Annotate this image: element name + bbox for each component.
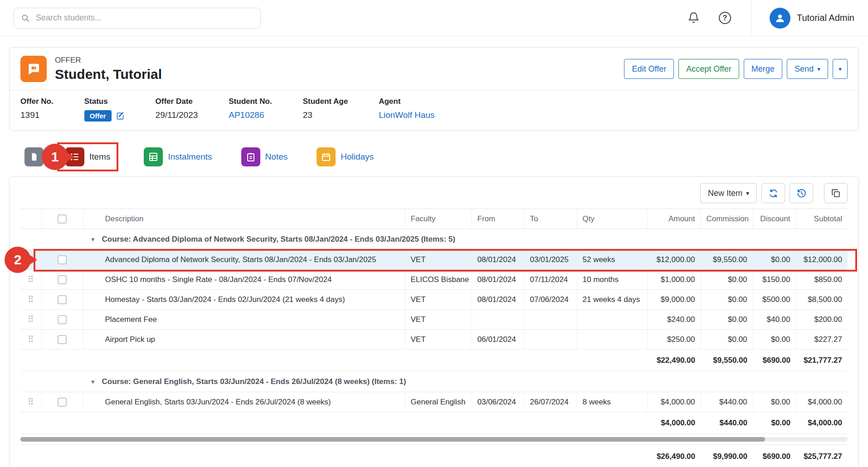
items-toolbar: New Item▾: [10, 177, 858, 209]
status-badge: Offer: [84, 110, 112, 122]
row-checkbox[interactable]: [58, 255, 67, 264]
subtotal-amount: $22,490.00: [647, 350, 701, 371]
cell-faculty: VET: [405, 250, 472, 270]
search-input[interactable]: [14, 8, 261, 29]
notifications-button[interactable]: [688, 12, 700, 24]
send-button[interactable]: Send▾: [787, 59, 828, 79]
tab-offer-partial[interactable]: [24, 147, 44, 166]
drag-handle-icon[interactable]: ⠿: [20, 330, 41, 350]
user-name: Tutorial Admin: [797, 13, 854, 23]
subtotal-subtotal: $4,000.00: [796, 412, 848, 434]
cell-qty: 52 weeks: [577, 250, 647, 270]
scrollbar-thumb[interactable]: [20, 437, 765, 442]
group-collapse-caret[interactable]: ▾: [91, 235, 95, 243]
total-discount: $690.00: [753, 445, 796, 467]
cell-description: General English, Starts 03/Jun/2024 - En…: [83, 392, 405, 412]
cell-from: 08/01/2024: [472, 290, 524, 310]
tab-holidays[interactable]: Holidays: [317, 147, 374, 166]
subtotal-discount: $690.00: [753, 350, 796, 371]
history-icon: [796, 188, 807, 199]
drag-handle-icon[interactable]: ⠿: [20, 310, 41, 330]
cell-to: 07/11/2024: [524, 270, 577, 290]
course-group-title: Course: Advanced Diploma of Network Secu…: [102, 235, 455, 243]
help-button[interactable]: ?: [719, 12, 731, 24]
table-header-row: Description Faculty From To Qty Amount C…: [20, 209, 848, 229]
row-checkbox[interactable]: [58, 398, 67, 407]
cell-commission: $0.00: [701, 310, 753, 330]
cell-from: 08/01/2024: [472, 250, 524, 270]
subtotal-commission: $440.00: [701, 412, 753, 434]
header-from: From: [472, 209, 524, 229]
meta-offer-date: Offer Date 29/11/2023: [156, 97, 198, 122]
cell-discount: $40.00: [753, 310, 796, 330]
history-button[interactable]: [790, 183, 813, 203]
row-checkbox[interactable]: [58, 295, 67, 304]
drag-handle-icon[interactable]: ⠿: [20, 290, 41, 310]
row-checkbox[interactable]: [58, 335, 67, 344]
document-icon: [29, 152, 39, 162]
copy-button[interactable]: [824, 183, 848, 203]
cell-discount: $0.00: [753, 250, 796, 270]
subtotal-amount: $4,000.00: [647, 412, 701, 434]
items-table: Description Faculty From To Qty Amount C…: [20, 209, 848, 467]
student-no-link[interactable]: AP10286: [229, 110, 272, 120]
edit-status-icon[interactable]: [116, 112, 125, 120]
bell-icon: [688, 12, 700, 24]
drag-handle-icon[interactable]: ⠿: [20, 392, 41, 412]
step-1-annotation: 1: [42, 144, 68, 170]
offer-meta-row: Offer No. 1391 Status Offer Offer Date 2…: [10, 91, 858, 131]
cell-amount: $250.00: [647, 330, 701, 350]
header-discount: Discount: [753, 209, 796, 229]
drag-handle-icon[interactable]: ⠿: [20, 270, 41, 290]
meta-student-age: Student Age 23: [303, 97, 348, 122]
item-row[interactable]: ⠿OSHC 10 months - Single Rate - 08/Jan/2…: [20, 270, 848, 290]
merge-button[interactable]: Merge: [744, 59, 782, 79]
tab-holidays-label: Holidays: [341, 152, 374, 162]
group-subtotal-row: $22,490.00$9,550.00$690.00$21,777.27: [20, 350, 848, 371]
group-collapse-caret[interactable]: ▾: [91, 378, 95, 386]
tab-instalments[interactable]: Instalments: [144, 147, 212, 166]
cell-description: OSHC 10 months - Single Rate - 08/Jan/20…: [83, 270, 405, 290]
help-icon: ?: [719, 12, 731, 24]
user-menu[interactable]: Tutorial Admin: [770, 8, 854, 29]
subtotal-discount: $0.00: [753, 412, 796, 434]
horizontal-scrollbar[interactable]: [20, 437, 848, 442]
cell-faculty: ELICOS Bisbane: [405, 270, 472, 290]
cell-subtotal: $227.27: [796, 330, 848, 350]
agent-link[interactable]: LionWolf Haus: [379, 110, 434, 120]
meta-value: 1391: [20, 110, 54, 120]
tab-notes[interactable]: Notes: [241, 147, 288, 166]
new-item-button[interactable]: New Item▾: [700, 183, 757, 203]
cell-description: Advanced Diploma of Network Security, St…: [83, 250, 405, 270]
refresh-button[interactable]: [761, 183, 785, 203]
meta-label: Agent: [379, 97, 434, 106]
row-checkbox[interactable]: [58, 315, 67, 324]
cell-qty: 10 months: [577, 270, 647, 290]
item-row[interactable]: ⠿Homestay - Starts 03/Jan/2024 - Ends 02…: [20, 290, 848, 310]
more-actions-button[interactable]: ▾: [833, 59, 848, 79]
edit-offer-button[interactable]: Edit Offer: [624, 59, 674, 79]
header-description: Description: [83, 209, 405, 229]
meta-value: 29/11/2023: [156, 110, 198, 120]
total-commission: $9,990.00: [701, 445, 753, 467]
row-checkbox[interactable]: [58, 275, 67, 284]
user-icon: [774, 12, 786, 24]
item-row[interactable]: ⠿Airport Pick upVET06/01/2024$250.00$0.0…: [20, 330, 848, 350]
cell-commission: $440.00: [701, 392, 753, 412]
accept-offer-button[interactable]: Accept Offer: [678, 59, 739, 79]
cell-faculty: VET: [405, 330, 472, 350]
item-row[interactable]: ⠿Placement FeeVET$240.00$0.00$40.00$200.…: [20, 310, 848, 330]
cell-qty: [577, 330, 647, 350]
avatar: [770, 8, 790, 29]
holidays-icon: [317, 147, 336, 166]
item-row[interactable]: ⠿Advanced Diploma of Network Security, S…: [20, 250, 848, 270]
select-all-checkbox[interactable]: [58, 214, 67, 224]
page-title: Student, Tutorial: [55, 67, 162, 82]
item-row[interactable]: ⠿General English, Starts 03/Jun/2024 - E…: [20, 392, 848, 412]
course-group-row: ▾Course: General English, Starts 03/Jun/…: [20, 371, 848, 392]
cell-description: Airport Pick up: [83, 330, 405, 350]
meta-offer-no: Offer No. 1391: [20, 97, 54, 122]
new-item-label: New Item: [708, 189, 742, 198]
notes-icon: [241, 147, 260, 166]
cell-subtotal: $12,000.00: [796, 250, 848, 270]
